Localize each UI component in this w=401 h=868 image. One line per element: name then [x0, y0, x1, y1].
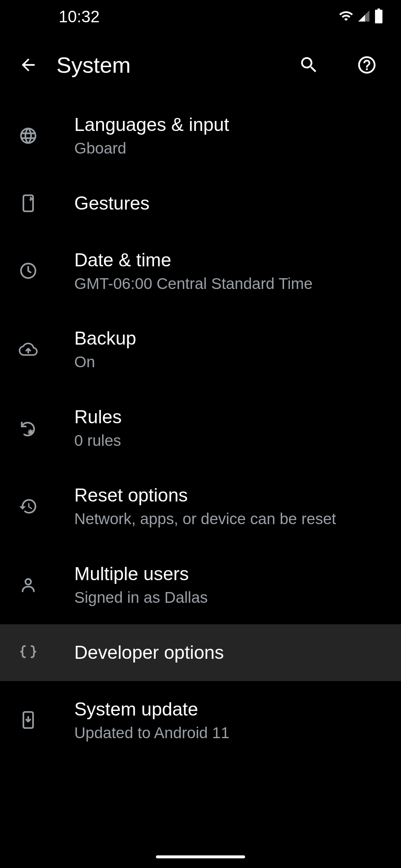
item-date-time[interactable]: Date & time GMT-06:00 Central Standard T… [0, 232, 401, 310]
search-button[interactable] [293, 49, 325, 81]
person-icon [18, 575, 39, 595]
item-title: Date & time [74, 248, 313, 272]
clock-icon [18, 260, 39, 281]
item-subtitle: Signed in as Dallas [74, 588, 208, 608]
page-title: System [56, 52, 267, 78]
item-gestures[interactable]: Gestures [0, 175, 401, 232]
system-update-icon [18, 710, 39, 730]
back-button[interactable] [18, 55, 39, 75]
item-title: Gestures [74, 191, 150, 216]
item-system-update[interactable]: System update Updated to Android 11 [0, 681, 401, 760]
status-time: 10:32 [59, 7, 100, 26]
item-subtitle: GMT-06:00 Central Standard Time [74, 274, 313, 294]
item-title: System update [74, 697, 229, 721]
item-title: Developer options [74, 641, 224, 665]
help-button[interactable] [351, 49, 383, 81]
item-backup[interactable]: Backup On [0, 310, 401, 389]
braces-icon [18, 642, 39, 663]
status-icons [339, 9, 383, 25]
svg-point-3 [25, 579, 31, 585]
item-title: Languages & input [74, 113, 229, 137]
status-bar: 10:32 [0, 0, 401, 33]
cloud-upload-icon [18, 339, 39, 360]
settings-list: Languages & input Gboard Gestures Date &… [0, 96, 401, 759]
gesture-icon [18, 193, 39, 214]
navigation-gesture-bar[interactable] [156, 855, 245, 858]
item-title: Multiple users [74, 562, 208, 586]
item-subtitle: On [74, 352, 136, 372]
app-bar: System [0, 33, 401, 96]
item-rules[interactable]: Rules 0 rules [0, 389, 401, 467]
restore-icon [18, 496, 39, 517]
item-subtitle: Network, apps, or device can be reset [74, 509, 336, 529]
item-title: Reset options [74, 483, 336, 507]
item-languages-input[interactable]: Languages & input Gboard [0, 96, 401, 175]
wifi-icon [339, 9, 353, 25]
item-title: Backup [74, 326, 136, 351]
item-multiple-users[interactable]: Multiple users Signed in as Dallas [0, 546, 401, 624]
battery-icon [374, 9, 383, 25]
item-subtitle: Gboard [74, 138, 229, 159]
item-subtitle: Updated to Android 11 [74, 723, 229, 743]
item-subtitle: 0 rules [74, 431, 122, 451]
cellular-icon [357, 9, 371, 24]
item-title: Rules [74, 405, 122, 429]
globe-icon [18, 125, 39, 146]
item-reset-options[interactable]: Reset options Network, apps, or device c… [0, 467, 401, 546]
item-developer-options[interactable]: Developer options [0, 624, 401, 681]
svg-point-2 [29, 430, 33, 434]
rules-icon [18, 418, 39, 438]
